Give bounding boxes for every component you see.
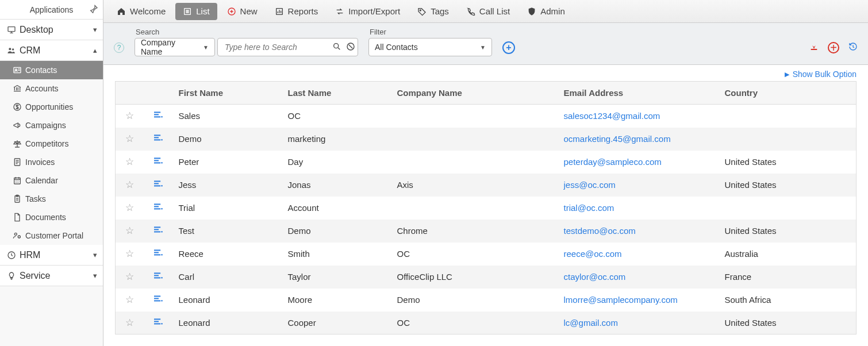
table-row[interactable]: ☆SalesOCsalesoc1234@gmail.com <box>116 105 857 128</box>
help-icon[interactable]: ? <box>114 43 124 53</box>
table-row[interactable]: ☆ReeceSmithOCreece@oc.comAustralia <box>116 243 857 266</box>
search-icon[interactable] <box>332 42 341 53</box>
table-row[interactable]: ☆PeterDaypeterday@sampleco.comUnited Sta… <box>116 151 857 174</box>
download-icon[interactable] <box>809 41 819 54</box>
filter-select[interactable]: All Contacts ▼ <box>368 38 492 56</box>
col-first-name[interactable]: First Name <box>173 82 282 105</box>
sidebar-item-campaigns[interactable]: Campaigns <box>0 116 103 134</box>
star-icon[interactable]: ☆ <box>125 248 134 259</box>
star-icon[interactable]: ☆ <box>125 110 134 121</box>
svg-rect-50 <box>154 277 160 278</box>
col-last-name[interactable]: Last Name <box>282 82 391 105</box>
star-icon[interactable]: ☆ <box>125 225 134 236</box>
sidebar-item-calendar[interactable]: Calendar <box>0 171 103 190</box>
add-filter-button[interactable]: + <box>502 41 515 54</box>
email-link[interactable]: lc@gmail.com <box>564 318 618 328</box>
cell-email: lc@gmail.com <box>558 312 719 335</box>
svg-rect-44 <box>154 249 160 251</box>
module-service[interactable]: Service ▾ <box>0 266 103 286</box>
filter-label: Filter <box>368 28 492 36</box>
sidebar-item-invoices[interactable]: Invoices <box>0 153 103 171</box>
email-link[interactable]: lmorre@samplecompany.com <box>564 295 678 305</box>
sidebar-item-contacts[interactable]: Contacts <box>0 61 103 79</box>
cell-country: United States <box>719 312 857 335</box>
row-actions-icon[interactable] <box>154 110 163 120</box>
row-actions-icon[interactable] <box>154 225 163 234</box>
svg-rect-26 <box>154 139 160 140</box>
pin-icon[interactable] <box>89 4 98 15</box>
tab-list[interactable]: List <box>175 3 217 20</box>
row-actions-icon[interactable] <box>154 248 163 257</box>
cell-first-name: Reece <box>173 243 282 266</box>
email-link[interactable]: ctaylor@oc.com <box>564 272 626 282</box>
email-link[interactable]: testdemo@oc.com <box>564 226 636 236</box>
sidebar-item-documents[interactable]: Documents <box>0 208 103 226</box>
email-link[interactable]: jess@oc.com <box>564 180 616 190</box>
row-actions-icon[interactable] <box>154 156 163 166</box>
tab-reports[interactable]: Reports <box>267 3 326 20</box>
cell-email: ctaylor@oc.com <box>558 266 719 289</box>
show-bulk-option-link[interactable]: ▶ Show Bulk Option <box>785 70 857 79</box>
table-row[interactable]: ☆LeonardCooperOClc@gmail.comUnited State… <box>116 312 857 335</box>
module-desktop[interactable]: Desktop ▾ <box>0 20 103 40</box>
email-link[interactable]: trial@oc.com <box>564 203 614 213</box>
tab-tags[interactable]: Tags <box>410 3 456 20</box>
svg-rect-53 <box>154 298 159 299</box>
row-actions-icon[interactable] <box>154 271 163 280</box>
sidebar-item-opportunities[interactable]: Opportunities <box>0 98 103 116</box>
svg-rect-46 <box>154 254 160 255</box>
tab-call-list[interactable]: Call List <box>459 3 517 20</box>
star-icon[interactable]: ☆ <box>125 202 134 213</box>
cell-company: OfficeClip LLC <box>391 266 558 289</box>
email-link[interactable]: ocmarketing.45@gmail.com <box>564 134 671 144</box>
tab-new[interactable]: New <box>220 3 265 20</box>
row-actions-icon[interactable] <box>154 133 163 143</box>
caret-down-icon: ▼ <box>203 44 209 51</box>
star-icon[interactable]: ☆ <box>125 156 134 167</box>
clear-icon[interactable] <box>346 42 355 53</box>
row-actions-icon[interactable] <box>154 294 163 303</box>
row-actions-icon[interactable] <box>154 179 163 189</box>
star-icon[interactable]: ☆ <box>125 317 134 328</box>
sidebar-item-accounts[interactable]: Accounts <box>0 79 103 98</box>
sidebar-item-competitors[interactable]: Competitors <box>0 134 103 153</box>
table-row[interactable]: ☆TrialAccounttrial@oc.com <box>116 197 857 220</box>
svg-rect-42 <box>154 231 160 232</box>
sidebar-item-customer-portal[interactable]: Customer Portal <box>0 226 103 245</box>
table-row[interactable]: ☆Demomarketingocmarketing.45@gmail.com <box>116 128 857 151</box>
table-row[interactable]: ☆TestDemoChrometestdemo@oc.comUnited Sta… <box>116 220 857 243</box>
svg-rect-49 <box>154 275 159 276</box>
svg-point-27 <box>161 139 162 140</box>
table-row[interactable]: ☆CarlTaylorOfficeClip LLCctaylor@oc.comF… <box>116 266 857 289</box>
tab-admin[interactable]: Admin <box>520 3 573 20</box>
cell-country: United States <box>719 174 857 197</box>
email-link[interactable]: reece@oc.com <box>564 249 622 259</box>
star-icon[interactable]: ☆ <box>125 271 134 282</box>
history-icon[interactable] <box>848 41 858 54</box>
invoice-icon <box>13 157 25 167</box>
col-email[interactable]: Email Address <box>558 82 719 105</box>
module-crm[interactable]: CRM ▴ <box>0 40 103 61</box>
star-icon[interactable]: ☆ <box>125 179 134 190</box>
add-record-button[interactable]: + <box>828 42 839 53</box>
row-actions-icon[interactable] <box>154 202 163 212</box>
cell-company: OC <box>391 243 558 266</box>
col-company[interactable]: Company Name <box>391 82 558 105</box>
tab-welcome[interactable]: Welcome <box>109 3 173 20</box>
search-field-select[interactable]: Company Name ▼ <box>135 38 215 56</box>
sidebar-item-label: Calendar <box>25 176 58 185</box>
star-icon[interactable]: ☆ <box>125 294 134 305</box>
table-row[interactable]: ☆LeonardMooreDemolmorre@samplecompany.co… <box>116 289 857 312</box>
svg-rect-41 <box>154 229 159 230</box>
search-input[interactable] <box>224 42 328 52</box>
email-link[interactable]: salesoc1234@gmail.com <box>564 111 660 121</box>
tab-import-export[interactable]: Import/Export <box>328 3 408 20</box>
sidebar-item-tasks[interactable]: Tasks <box>0 190 103 208</box>
cell-first-name: Demo <box>173 128 282 151</box>
row-actions-icon[interactable] <box>154 317 163 326</box>
email-link[interactable]: peterday@sampleco.com <box>564 157 662 167</box>
table-row[interactable]: ☆JessJonasAxisjess@oc.comUnited States <box>116 174 857 197</box>
star-icon[interactable]: ☆ <box>125 133 134 144</box>
module-hrm[interactable]: HRM ▾ <box>0 245 103 266</box>
col-country[interactable]: Country <box>719 82 857 105</box>
